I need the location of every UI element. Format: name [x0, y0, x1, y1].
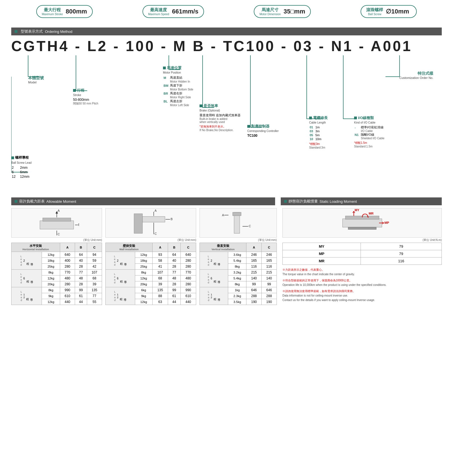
svg-rect-9 [142, 217, 165, 222]
spec-speed-value: 661mm/s [172, 8, 198, 15]
wall-table: 壁掛安裝 Wall Installation ABC 導程2 Lead [105, 243, 196, 305]
spec-stroke-en: Maximum Stroke [42, 13, 63, 16]
svg-rect-1 [43, 218, 71, 221]
svg-rect-22 [343, 219, 382, 227]
svg-text:A: A [58, 209, 60, 212]
ann-motor-position: 馬達位置 Motor Position M 馬達直結 Motor Hidden … [163, 65, 193, 107]
spec-speed-en: Maximum Speed [148, 13, 169, 16]
static-moment-block: MY MP MR (單位 Unit:N.m) [282, 208, 442, 302]
svg-rect-0 [40, 221, 74, 229]
spec-motor-value: 35□mm [284, 8, 305, 15]
static-table: MY 79 MP 79 MR 116 [282, 243, 442, 265]
horiz-block: A B C (單位 Unit:mm) [11, 208, 102, 305]
static-my-value: 79 [361, 243, 441, 250]
top-specs-row: 最大行程 Maximum Stroke 800mm 最高速度 Maximum S… [0, 0, 453, 23]
static-en: Static Loading Moment [320, 199, 357, 204]
ordering-section: CGTH4 - L2 - 100 - M B - TC100 - 03 - N1… [0, 35, 453, 195]
svg-text:MP: MP [384, 221, 389, 224]
svg-text:C: C [249, 224, 251, 228]
wall-unit: (單位 Unit:mm) [105, 238, 196, 242]
allowable-moment-section: 容許負載力距表 Allowable Moment 靜態容許負載慣量 Static… [0, 195, 453, 311]
allowable-zh: 容許負載力距表 [19, 199, 45, 204]
svg-text:C: C [58, 233, 60, 236]
static-mr-value: 116 [361, 258, 441, 265]
ordering-header-zh: 型號表示方式 [21, 29, 43, 34]
ann-custom: 特注式樣 Customization Order No. [399, 71, 433, 79]
svg-text:A: A [222, 213, 224, 217]
spec-motor-en: Motor Dimension [259, 13, 281, 16]
spec-speed: 最高速度 Maximum Speed 661mm/s [142, 5, 204, 18]
ordering-section-header: 型號表示方式 Ordering Method [11, 28, 442, 35]
static-unit: (單位 Unit:N.m) [282, 238, 442, 242]
horiz-table: 水平安裝 Horizontal Installation ABC 導程2 Lea [11, 243, 102, 305]
ann-model: 本體型號 Model [28, 76, 44, 84]
spec-motor: 馬達尺寸 Motor Dimension 35□mm [254, 5, 311, 18]
svg-rect-34 [348, 227, 376, 229]
spec-stroke-value: 800mm [66, 8, 87, 15]
ann-stroke: 行程 Stroke 50-800mm 間隔50 50 mm Pitch [73, 88, 98, 106]
wall-block: A B C (單位 Unit:mm) [105, 208, 196, 305]
wall-diagram-svg: A B C [128, 209, 173, 236]
spec-stroke: 最大行程 Maximum Stroke 800mm [36, 5, 93, 18]
static-diagram-svg: MY MP MR [334, 209, 390, 237]
vert-unit: (單位 Unit:mm) [200, 238, 277, 242]
static-mp-value: 79 [361, 250, 441, 258]
ann-brake: 是否煞車 Brake (Optional) 垂直使用時 追加內藏式煞車器 Bui… [200, 103, 241, 132]
spec-ballscrew-en: Ball Screw [366, 13, 383, 16]
model-code-display: CGTH4 - L2 - 100 - M B - TC100 - 03 - N1… [11, 38, 442, 54]
vert-diagram: A C [200, 208, 277, 238]
static-header: 靜態容許負載慣量 Static Loading Moment [281, 197, 442, 205]
svg-text:MR: MR [369, 212, 373, 215]
horiz-unit: (單位 Unit:mm) [11, 238, 102, 242]
page-container: 最大行程 Maximum Stroke 800mm 最高速度 Maximum S… [0, 0, 453, 311]
three-moment-tables: A B C (單位 Unit:mm) [11, 208, 277, 305]
teal-indicator [15, 30, 17, 33]
vert-table: 垂直安裝 Vertical Installation AC 導程2 Lead [200, 243, 277, 305]
svg-rect-8 [134, 214, 142, 233]
spec-ballscrew-value: ∅10mm [386, 8, 409, 15]
vert-block: A C (單位 Unit:mm) 垂直安裝 Vertical [200, 208, 277, 305]
horiz-diagram: A B C [11, 208, 102, 238]
ordering-annotations: 本體型號 Model 特注式樣 Customization Order No. … [11, 54, 442, 189]
horiz-diagram-svg: A B C [34, 209, 79, 236]
static-zh: 靜態容許負載慣量 [289, 199, 318, 204]
allowable-header: 容許負載力距表 Allowable Moment [11, 197, 275, 205]
ann-cable-length: 電纜線長 Cable Length 011m 033m 055m 1010m *… [309, 115, 328, 149]
ordering-header-en: Ordering Method [45, 29, 73, 34]
teal-sq-static [284, 200, 287, 203]
svg-rect-17 [233, 212, 241, 216]
wall-diagram: A B C [105, 208, 196, 238]
ann-controller: 對應控制器 Corresponding Controller TC100 [247, 124, 279, 138]
vert-diagram-svg: A C [221, 209, 255, 236]
static-notes: ※力距表所示之數值，代表重心。 The torque value in the … [282, 268, 442, 302]
ann-io-cable: I/O線種類 Kind of I/O Cable - 標準I/O彩虹排線 I/O… [354, 115, 384, 148]
svg-text:C: C [155, 232, 157, 235]
static-mp-label: MP [283, 250, 361, 258]
allowable-en: Allowable Moment [46, 199, 76, 204]
spec-stroke-zh: 最大行程 [42, 7, 63, 13]
static-diagram: MY MP MR [282, 208, 442, 238]
svg-text:A: A [155, 209, 157, 212]
spec-speed-zh: 最高速度 [148, 7, 169, 13]
svg-text:MY: MY [355, 209, 359, 212]
spec-ballscrew: 滾珠螺桿 Ball Screw ∅10mm [361, 5, 417, 18]
static-mr-label: MR [283, 258, 361, 265]
svg-text:B: B [171, 217, 173, 221]
teal-sq-lead [11, 156, 14, 159]
static-my-label: MY [283, 243, 361, 250]
ann-ball-screw-lead: 螺桿導程 Ball Screw Lead 22mm 66mm 1212mm [11, 155, 32, 179]
svg-text:B: B [78, 223, 79, 226]
teal-sq-allowable [15, 200, 17, 203]
spec-ballscrew-zh: 滾珠螺桿 [366, 7, 383, 13]
spec-motor-zh: 馬達尺寸 [259, 7, 281, 13]
